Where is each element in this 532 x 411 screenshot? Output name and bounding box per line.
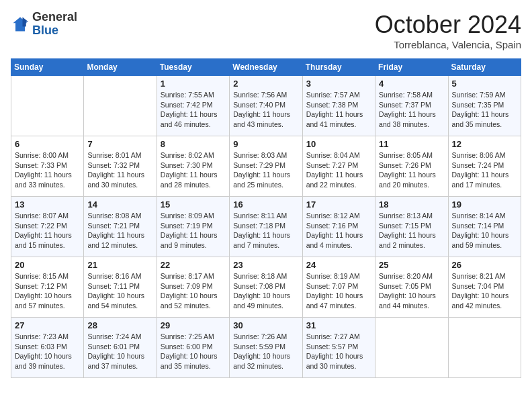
day-number: 28 bbox=[87, 320, 152, 330]
day-number: 22 bbox=[161, 260, 226, 270]
title-section: October 2024 Torreblanca, Valencia, Spai… bbox=[375, 11, 521, 50]
day-number: 9 bbox=[233, 139, 298, 149]
day-info: Sunrise: 8:13 AMSunset: 7:15 PMDaylight:… bbox=[379, 211, 444, 250]
calendar-cell: 30Sunrise: 7:26 AMSunset: 5:59 PMDayligh… bbox=[230, 318, 302, 378]
day-number: 12 bbox=[452, 139, 517, 149]
logo-blue: Blue bbox=[32, 24, 77, 38]
day-info: Sunrise: 8:16 AMSunset: 7:11 PMDaylight:… bbox=[87, 271, 152, 311]
svg-marker-1 bbox=[23, 17, 29, 26]
calendar-cell bbox=[448, 318, 521, 378]
day-number: 6 bbox=[15, 139, 80, 149]
calendar-cell bbox=[375, 318, 448, 378]
calendar-week-1: 1Sunrise: 7:55 AMSunset: 7:42 PMDaylight… bbox=[11, 76, 521, 136]
calendar-cell: 13Sunrise: 8:07 AMSunset: 7:22 PMDayligh… bbox=[11, 197, 84, 257]
calendar-cell: 27Sunrise: 7:23 AMSunset: 6:03 PMDayligh… bbox=[11, 318, 84, 378]
calendar-cell: 21Sunrise: 8:16 AMSunset: 7:11 PMDayligh… bbox=[84, 257, 157, 318]
calendar-cell: 29Sunrise: 7:25 AMSunset: 6:00 PMDayligh… bbox=[157, 318, 229, 378]
calendar-cell: 17Sunrise: 8:12 AMSunset: 7:16 PMDayligh… bbox=[302, 197, 375, 257]
calendar-header: Sunday Monday Tuesday Wednesday Thursday… bbox=[11, 59, 521, 76]
day-info: Sunrise: 7:58 AMSunset: 7:37 PMDaylight:… bbox=[379, 90, 444, 130]
day-number: 4 bbox=[379, 79, 444, 89]
day-number: 30 bbox=[233, 320, 298, 330]
day-number: 18 bbox=[379, 199, 444, 210]
day-info: Sunrise: 7:24 AMSunset: 6:01 PMDaylight:… bbox=[87, 332, 152, 371]
calendar-cell: 6Sunrise: 8:00 AMSunset: 7:33 PMDaylight… bbox=[11, 136, 84, 197]
day-info: Sunrise: 8:14 AMSunset: 7:14 PMDaylight:… bbox=[452, 211, 517, 250]
page-header: General Blue October 2024 Torreblanca, V… bbox=[11, 11, 521, 50]
day-info: Sunrise: 8:15 AMSunset: 7:12 PMDaylight:… bbox=[15, 271, 80, 311]
calendar-cell: 7Sunrise: 8:01 AMSunset: 7:32 PMDaylight… bbox=[84, 136, 157, 197]
logo: General Blue bbox=[11, 11, 77, 38]
day-info: Sunrise: 8:02 AMSunset: 7:30 PMDaylight:… bbox=[161, 150, 226, 190]
calendar-cell: 28Sunrise: 7:24 AMSunset: 6:01 PMDayligh… bbox=[84, 318, 157, 378]
day-number: 8 bbox=[161, 139, 226, 149]
calendar-cell: 14Sunrise: 8:08 AMSunset: 7:21 PMDayligh… bbox=[84, 197, 157, 257]
day-info: Sunrise: 7:25 AMSunset: 6:00 PMDaylight:… bbox=[161, 332, 226, 371]
logo-general: General bbox=[32, 11, 77, 24]
day-info: Sunrise: 8:17 AMSunset: 7:09 PMDaylight:… bbox=[161, 271, 226, 311]
calendar-cell: 16Sunrise: 8:11 AMSunset: 7:18 PMDayligh… bbox=[230, 197, 302, 257]
day-number: 5 bbox=[452, 79, 517, 89]
day-info: Sunrise: 8:00 AMSunset: 7:33 PMDaylight:… bbox=[15, 150, 80, 190]
day-info: Sunrise: 8:06 AMSunset: 7:24 PMDaylight:… bbox=[452, 150, 517, 190]
day-number: 7 bbox=[87, 139, 152, 149]
day-info: Sunrise: 8:09 AMSunset: 7:19 PMDaylight:… bbox=[161, 211, 226, 250]
calendar-cell: 24Sunrise: 8:19 AMSunset: 7:07 PMDayligh… bbox=[302, 257, 375, 318]
header-row: Sunday Monday Tuesday Wednesday Thursday… bbox=[11, 59, 521, 76]
calendar-cell bbox=[11, 76, 84, 136]
day-info: Sunrise: 8:11 AMSunset: 7:18 PMDaylight:… bbox=[233, 211, 298, 250]
month-title: October 2024 bbox=[375, 11, 521, 39]
day-number: 3 bbox=[306, 79, 371, 89]
day-number: 20 bbox=[15, 260, 80, 270]
day-number: 21 bbox=[87, 260, 152, 270]
day-number: 29 bbox=[161, 320, 226, 330]
day-info: Sunrise: 7:56 AMSunset: 7:40 PMDaylight:… bbox=[233, 90, 298, 130]
calendar-cell: 26Sunrise: 8:21 AMSunset: 7:04 PMDayligh… bbox=[448, 257, 521, 318]
calendar-cell: 12Sunrise: 8:06 AMSunset: 7:24 PMDayligh… bbox=[448, 136, 521, 197]
calendar-week-2: 6Sunrise: 8:00 AMSunset: 7:33 PMDaylight… bbox=[11, 136, 521, 197]
header-saturday: Saturday bbox=[448, 59, 521, 76]
day-number: 1 bbox=[161, 79, 226, 89]
day-info: Sunrise: 8:20 AMSunset: 7:05 PMDaylight:… bbox=[379, 271, 444, 311]
calendar-cell: 1Sunrise: 7:55 AMSunset: 7:42 PMDaylight… bbox=[157, 76, 229, 136]
calendar-cell: 23Sunrise: 8:18 AMSunset: 7:08 PMDayligh… bbox=[230, 257, 302, 318]
day-info: Sunrise: 7:59 AMSunset: 7:35 PMDaylight:… bbox=[452, 90, 517, 130]
calendar-cell: 9Sunrise: 8:03 AMSunset: 7:29 PMDaylight… bbox=[230, 136, 302, 197]
day-number: 10 bbox=[306, 139, 371, 149]
day-info: Sunrise: 8:07 AMSunset: 7:22 PMDaylight:… bbox=[15, 211, 80, 250]
day-info: Sunrise: 8:01 AMSunset: 7:32 PMDaylight:… bbox=[87, 150, 152, 190]
calendar-table: Sunday Monday Tuesday Wednesday Thursday… bbox=[11, 58, 521, 378]
header-thursday: Thursday bbox=[302, 59, 375, 76]
calendar-cell: 10Sunrise: 8:04 AMSunset: 7:27 PMDayligh… bbox=[302, 136, 375, 197]
day-number: 25 bbox=[379, 260, 444, 270]
calendar-cell: 3Sunrise: 7:57 AMSunset: 7:38 PMDaylight… bbox=[302, 76, 375, 136]
day-info: Sunrise: 8:08 AMSunset: 7:21 PMDaylight:… bbox=[87, 211, 152, 250]
calendar-cell: 25Sunrise: 8:20 AMSunset: 7:05 PMDayligh… bbox=[375, 257, 448, 318]
day-info: Sunrise: 8:18 AMSunset: 7:08 PMDaylight:… bbox=[233, 271, 298, 311]
calendar-cell: 19Sunrise: 8:14 AMSunset: 7:14 PMDayligh… bbox=[448, 197, 521, 257]
header-tuesday: Tuesday bbox=[157, 59, 229, 76]
day-number: 27 bbox=[15, 320, 80, 330]
calendar-cell: 11Sunrise: 8:05 AMSunset: 7:26 PMDayligh… bbox=[375, 136, 448, 197]
day-info: Sunrise: 8:12 AMSunset: 7:16 PMDaylight:… bbox=[306, 211, 371, 250]
day-info: Sunrise: 7:57 AMSunset: 7:38 PMDaylight:… bbox=[306, 90, 371, 130]
logo-text: General Blue bbox=[32, 11, 77, 38]
calendar-cell bbox=[84, 76, 157, 136]
header-friday: Friday bbox=[375, 59, 448, 76]
day-info: Sunrise: 7:23 AMSunset: 6:03 PMDaylight:… bbox=[15, 332, 80, 371]
day-info: Sunrise: 7:55 AMSunset: 7:42 PMDaylight:… bbox=[161, 90, 226, 130]
calendar-cell: 2Sunrise: 7:56 AMSunset: 7:40 PMDaylight… bbox=[230, 76, 302, 136]
day-number: 31 bbox=[306, 320, 371, 330]
calendar-cell: 18Sunrise: 8:13 AMSunset: 7:15 PMDayligh… bbox=[375, 197, 448, 257]
logo-icon bbox=[11, 15, 30, 34]
day-number: 15 bbox=[161, 199, 226, 210]
day-number: 11 bbox=[379, 139, 444, 149]
day-number: 16 bbox=[233, 199, 298, 210]
header-wednesday: Wednesday bbox=[230, 59, 302, 76]
day-number: 24 bbox=[306, 260, 371, 270]
day-info: Sunrise: 7:26 AMSunset: 5:59 PMDaylight:… bbox=[233, 332, 298, 371]
day-number: 13 bbox=[15, 199, 80, 210]
calendar-cell: 31Sunrise: 7:27 AMSunset: 5:57 PMDayligh… bbox=[302, 318, 375, 378]
calendar-cell: 22Sunrise: 8:17 AMSunset: 7:09 PMDayligh… bbox=[157, 257, 229, 318]
calendar-cell: 20Sunrise: 8:15 AMSunset: 7:12 PMDayligh… bbox=[11, 257, 84, 318]
